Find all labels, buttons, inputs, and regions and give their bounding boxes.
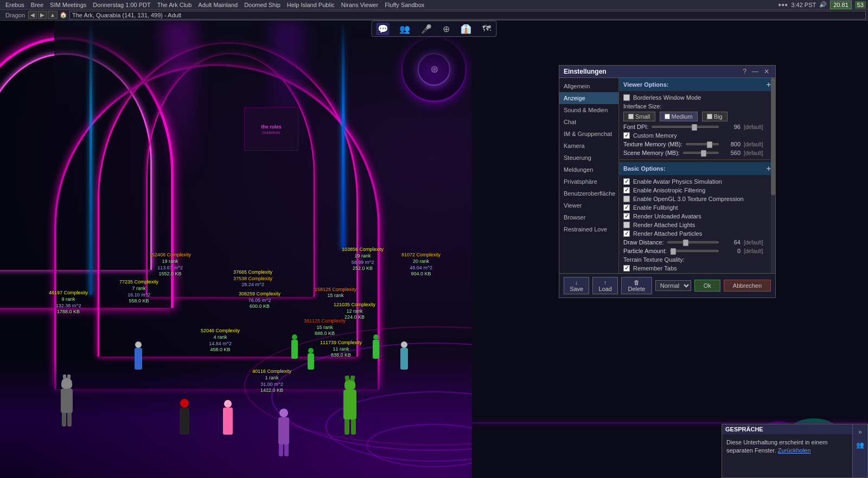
- render-unloaded-checkbox[interactable]: [623, 213, 630, 219]
- delete-button[interactable]: 🗑 Delete: [621, 277, 652, 294]
- draw-distance-label: Draw Distance:: [623, 239, 664, 246]
- avatar-red-hat: [174, 399, 195, 435]
- draw-distance-row: Draw Distance: 64 [default]: [619, 238, 775, 247]
- settings-nav-anzeige[interactable]: Anzeige: [559, 92, 618, 104]
- save-button[interactable]: ↓ Save: [564, 277, 589, 294]
- render-particles-checkbox[interactable]: [623, 230, 630, 237]
- texture-memory-track[interactable]: [686, 143, 719, 145]
- enable-opengl-row: Enable OpenGL 3.0 Texture Compression: [619, 195, 775, 203]
- location-input[interactable]: [69, 11, 866, 20]
- gesprache-expand-btn[interactable]: »: [857, 427, 864, 437]
- custom-memory-checkbox[interactable]: [623, 132, 630, 139]
- basic-options-expand-btn[interactable]: +: [767, 164, 771, 173]
- settings-scrollbar-thumb[interactable]: [771, 78, 775, 195]
- cancel-button[interactable]: Abbrechen: [724, 280, 771, 292]
- size-small-label: Small: [635, 113, 650, 120]
- viewer-options-expand-btn[interactable]: +: [767, 80, 771, 89]
- nav-bree[interactable]: Bree: [28, 2, 47, 8]
- texture-memory-slider: 800: [686, 141, 741, 147]
- settings-nav-steuerung[interactable]: Steuerung: [559, 152, 618, 164]
- gesprache-link[interactable]: Zurückholen: [778, 447, 811, 454]
- viewer-options-header: Viewer Options: +: [619, 78, 775, 91]
- render-lights-label: Render Attached Lights: [633, 222, 695, 228]
- size-medium-btn[interactable]: ✓ Medium: [660, 112, 698, 121]
- volume-icon[interactable]: 🔊: [819, 1, 827, 8]
- quality-select[interactable]: Normal: [655, 280, 691, 291]
- texture-memory-thumb[interactable]: [707, 141, 712, 148]
- nav-adult-mainland[interactable]: Adult Mainland: [195, 2, 241, 8]
- gesprache-people-icon[interactable]: 👥: [854, 440, 866, 450]
- avatar-green-1: [288, 334, 301, 359]
- interface-size-buttons-row: Small ✓ Medium Big: [619, 111, 775, 122]
- people-toolbar-icon[interactable]: 👥: [398, 23, 411, 35]
- borderless-mode-checkbox[interactable]: [623, 94, 630, 101]
- settings-help-button[interactable]: ?: [741, 68, 748, 75]
- enable-fullbright-checkbox[interactable]: [623, 204, 630, 211]
- up-arrow[interactable]: ▲: [48, 11, 58, 19]
- settings-nav-benutz[interactable]: Benutzeroberfläche: [559, 188, 618, 199]
- font-dpi-row: Font DPI: 96 [default]: [619, 122, 775, 131]
- particle-amount-label: Particle Amount:: [623, 248, 667, 254]
- enable-anisotropic-checkbox[interactable]: [623, 187, 630, 193]
- nav-sim-meetings[interactable]: SIM Meetings: [47, 2, 90, 8]
- settings-nav-restrained[interactable]: Restrained Love: [559, 223, 618, 235]
- nav-ark-club[interactable]: The Ark Club: [154, 2, 195, 8]
- enable-physics-checkbox[interactable]: [623, 178, 630, 185]
- settings-scrollbar[interactable]: [771, 78, 775, 273]
- nav-doomed-ship[interactable]: Doomed Ship: [241, 2, 284, 8]
- font-dpi-track[interactable]: [652, 126, 719, 128]
- settings-minimize-button[interactable]: —: [750, 68, 760, 75]
- settings-nav-chat[interactable]: Chat: [559, 116, 618, 128]
- gesprache-titlebar: GESPRÄCHE —: [722, 424, 867, 434]
- enable-opengl-label: Enable OpenGL 3.0 Texture Compression: [633, 196, 744, 202]
- scene-memory-track[interactable]: [683, 152, 719, 154]
- avatar-pink-center: [217, 400, 239, 435]
- nav-erebus[interactable]: Erebus: [2, 2, 28, 8]
- enable-anisotropic-row: Enable Anisotropic Filtering: [619, 186, 775, 195]
- particle-amount-track[interactable]: [670, 250, 719, 252]
- size-big-btn[interactable]: Big: [702, 112, 727, 121]
- forward-arrow[interactable]: ▶: [38, 11, 47, 19]
- nav-fluffy-sandbox[interactable]: Fluffy Sandbox: [381, 2, 427, 8]
- settings-nav-kamera[interactable]: Kamera: [559, 140, 618, 152]
- move-toolbar-icon[interactable]: ⊕: [442, 23, 451, 35]
- connection-status-icon: ●●●: [778, 2, 788, 8]
- settings-nav-privat[interactable]: Privatsphäre: [559, 176, 618, 188]
- remember-tabs-checkbox[interactable]: [623, 265, 630, 272]
- size-small-btn[interactable]: Small: [623, 112, 655, 121]
- settings-nav-viewer[interactable]: Viewer: [559, 199, 618, 211]
- chat-toolbar-icon[interactable]: 💬: [376, 23, 390, 35]
- scene-memory-thumb[interactable]: [701, 150, 706, 157]
- settings-nav-im[interactable]: IM & Gruppenchat: [559, 128, 618, 140]
- basic-options-label: Basic Options:: [623, 165, 666, 172]
- settings-close-button[interactable]: ✕: [762, 68, 771, 75]
- draw-distance-track[interactable]: [667, 241, 719, 243]
- settings-content: Viewer Options: + Borderless Window Mode…: [619, 78, 775, 273]
- texture-memory-row: Texture Memory (MB): 800 [default]: [619, 140, 775, 148]
- viewer-options-label: Viewer Options:: [623, 81, 669, 88]
- font-dpi-thumb[interactable]: [692, 124, 697, 131]
- render-unloaded-label: Render Unloaded Avatars: [633, 213, 701, 219]
- terrain-label-row: Terrain Texture Quality:: [619, 255, 775, 264]
- avatar-purple-cat: [271, 409, 296, 456]
- enable-opengl-checkbox[interactable]: [623, 196, 630, 202]
- voice-toolbar-icon[interactable]: 🎤: [420, 23, 433, 35]
- nav-help-island[interactable]: Help Island Public: [284, 2, 338, 8]
- font-dpi-value: 96: [721, 124, 741, 130]
- settings-nav-sound[interactable]: Sound & Medien: [559, 104, 618, 116]
- draw-distance-thumb[interactable]: [683, 240, 688, 246]
- ok-button[interactable]: Ok: [694, 280, 720, 292]
- appearance-toolbar-icon[interactable]: 👔: [459, 23, 473, 35]
- settings-nav-allgemein[interactable]: Allgemein: [559, 80, 618, 92]
- render-lights-checkbox[interactable]: [623, 222, 630, 228]
- particle-amount-thumb[interactable]: [671, 248, 676, 255]
- settings-nav-browser[interactable]: Browser: [559, 211, 618, 223]
- load-button[interactable]: ↑ Load: [592, 277, 618, 294]
- back-arrow[interactable]: ◀: [28, 11, 37, 19]
- nav-nirans-viewer[interactable]: Nirans Viewer: [338, 2, 381, 8]
- avatar-wolf-left: [52, 378, 81, 427]
- settings-nav-meldungen[interactable]: Meldungen: [559, 164, 618, 176]
- map-toolbar-icon[interactable]: 🗺: [481, 23, 492, 35]
- location-bar: Dragon ◀ ▶ ▲ 🏠: [0, 10, 868, 21]
- nav-donnerstag[interactable]: Donnerstag 1:00 PDT: [90, 2, 154, 8]
